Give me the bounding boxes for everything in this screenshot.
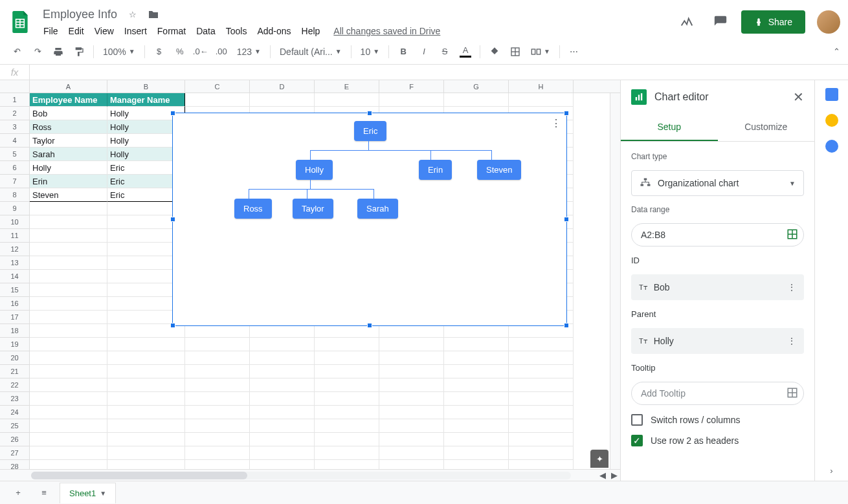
cell[interactable] <box>30 229 107 243</box>
cell[interactable]: Taylor <box>30 134 107 148</box>
cell[interactable] <box>30 311 107 324</box>
col-header-g[interactable]: G <box>444 80 509 93</box>
menu-format[interactable]: Format <box>153 25 190 38</box>
cell[interactable]: Sarah <box>30 148 107 161</box>
sheets-logo[interactable] <box>8 9 34 35</box>
cell[interactable] <box>250 351 315 365</box>
row-header[interactable]: 25 <box>0 419 30 433</box>
cell[interactable] <box>379 392 444 406</box>
id-more-icon[interactable]: ⋮ <box>787 282 796 292</box>
cell[interactable] <box>30 324 107 338</box>
cell[interactable] <box>107 338 185 351</box>
cell[interactable] <box>444 378 509 392</box>
row-header[interactable]: 3 <box>0 120 30 134</box>
tab-setup[interactable]: Setup <box>621 114 718 141</box>
cell[interactable] <box>444 93 509 107</box>
bold-icon[interactable]: B <box>394 43 412 61</box>
row-header[interactable]: 8 <box>0 188 30 202</box>
paint-format-icon[interactable] <box>70 43 88 61</box>
row-header[interactable]: 15 <box>0 283 30 297</box>
cell[interactable] <box>379 378 444 392</box>
row-header[interactable]: 2 <box>0 107 30 120</box>
row-header[interactable]: 7 <box>0 175 30 188</box>
row-header[interactable]: 12 <box>0 243 30 256</box>
cell[interactable] <box>250 378 315 392</box>
chart-object[interactable]: ⋮ EricHollyErinStevenRossTaylorSarah <box>172 113 567 326</box>
cell[interactable] <box>107 446 185 460</box>
cell[interactable]: Erin <box>30 175 107 188</box>
chart-type-select[interactable]: Organizational chart ▼ <box>631 170 804 196</box>
cell[interactable] <box>379 365 444 378</box>
percent-icon[interactable]: % <box>171 43 189 61</box>
cell[interactable] <box>185 378 250 392</box>
row-header[interactable]: 14 <box>0 270 30 283</box>
cell[interactable] <box>509 93 574 107</box>
row-header[interactable]: 24 <box>0 406 30 419</box>
redo-icon[interactable]: ↷ <box>28 43 47 61</box>
explore-button[interactable]: ✦ <box>590 450 608 468</box>
cell[interactable] <box>107 406 185 419</box>
cell[interactable]: Employee Name <box>30 93 107 107</box>
keep-icon[interactable] <box>825 114 838 127</box>
cell[interactable] <box>30 378 107 392</box>
spreadsheet-grid[interactable]: A B C D E F G H 123456789101112131415161… <box>0 80 620 481</box>
cell[interactable] <box>30 243 107 256</box>
activity-icon[interactable] <box>674 9 700 35</box>
row-header[interactable]: 18 <box>0 324 30 338</box>
cell[interactable] <box>250 433 315 446</box>
cell[interactable] <box>509 365 574 378</box>
collapse-toolbar-icon[interactable]: ⌃ <box>833 47 840 56</box>
row-header[interactable]: 27 <box>0 446 30 460</box>
cell[interactable] <box>30 351 107 365</box>
menu-file[interactable]: File <box>39 25 63 38</box>
cell[interactable] <box>509 351 574 365</box>
user-avatar[interactable] <box>817 10 840 34</box>
cell[interactable] <box>185 406 250 419</box>
all-sheets-button[interactable]: ≡ <box>34 483 54 503</box>
cell[interactable] <box>315 351 379 365</box>
row-header[interactable]: 22 <box>0 378 30 392</box>
print-icon[interactable] <box>49 43 67 61</box>
tasks-icon[interactable] <box>825 140 838 153</box>
cell[interactable] <box>315 446 379 460</box>
cell[interactable] <box>250 406 315 419</box>
row-header[interactable]: 21 <box>0 365 30 378</box>
col-header-b[interactable]: B <box>107 80 185 93</box>
cell[interactable] <box>315 392 379 406</box>
cell[interactable] <box>509 392 574 406</box>
cell[interactable] <box>509 378 574 392</box>
row-header[interactable]: 23 <box>0 392 30 406</box>
cell[interactable] <box>30 419 107 433</box>
save-status[interactable]: All changes saved in Drive <box>333 26 440 36</box>
cell[interactable] <box>315 378 379 392</box>
cell[interactable] <box>107 433 185 446</box>
parent-series[interactable]: Tᴛ Holly ⋮ <box>631 328 804 354</box>
menu-edit[interactable]: Edit <box>64 25 89 38</box>
switch-rows-checkbox[interactable]: Switch rows / columns <box>631 414 804 426</box>
currency-icon[interactable]: $ <box>150 43 168 61</box>
cell[interactable] <box>509 446 574 460</box>
cell[interactable] <box>107 378 185 392</box>
row-header[interactable]: 5 <box>0 148 30 161</box>
row-header[interactable]: 20 <box>0 351 30 365</box>
formula-input[interactable] <box>30 67 848 77</box>
cell[interactable] <box>185 351 250 365</box>
cell[interactable] <box>185 433 250 446</box>
close-icon[interactable]: ✕ <box>793 89 804 105</box>
undo-icon[interactable]: ↶ <box>8 43 26 61</box>
tooltip-input[interactable]: Add Tooltip <box>631 382 804 405</box>
row-header[interactable]: 16 <box>0 297 30 311</box>
cell[interactable] <box>30 270 107 283</box>
row-header[interactable]: 19 <box>0 338 30 351</box>
cell[interactable] <box>444 338 509 351</box>
cell[interactable] <box>444 392 509 406</box>
menu-addons[interactable]: Add-ons <box>252 25 295 38</box>
italic-icon[interactable]: I <box>415 43 433 61</box>
cell[interactable] <box>379 419 444 433</box>
cell[interactable] <box>315 419 379 433</box>
col-header-c[interactable]: C <box>185 80 250 93</box>
row-header[interactable]: 13 <box>0 256 30 270</box>
cell[interactable] <box>250 419 315 433</box>
use-headers-checkbox[interactable]: ✓ Use row 2 as headers <box>631 435 804 446</box>
row-header[interactable]: 9 <box>0 202 30 215</box>
